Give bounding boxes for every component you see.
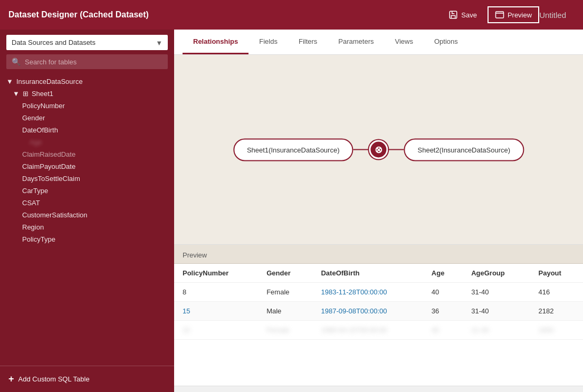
tree-item-cartype[interactable]: CarType	[0, 185, 174, 197]
cell-agegroup-blurred: 21-30	[463, 321, 530, 340]
tree-item-claimraiseddate[interactable]: ClaimRaisedDate	[0, 148, 174, 160]
app-header: Dataset Designer (Cached Dataset) Save P…	[0, 0, 583, 30]
save-label: Save	[461, 11, 477, 19]
cell-age: 40	[423, 283, 463, 302]
preview-label: Preview	[508, 11, 532, 19]
sidebar: Data Sources and Datasets ▼ 🔍 ▼ Insuranc…	[0, 30, 174, 392]
add-table-label: Add Custom SQL Table	[18, 375, 90, 383]
cell-gender: Female	[258, 283, 312, 302]
cell-dateofbirth[interactable]: 1987-09-08T00:00:00	[312, 302, 423, 321]
save-button[interactable]: Save	[442, 7, 483, 23]
tab-views[interactable]: Views	[385, 30, 424, 54]
scrollbar-hint	[174, 386, 583, 392]
field-label: CSAT	[22, 199, 40, 207]
cell-policynumber: 8	[174, 283, 258, 302]
tree-item-policytype[interactable]: PolicyType	[0, 233, 174, 245]
tab-fields[interactable]: Fields	[249, 30, 288, 54]
svg-rect-1	[495, 12, 503, 18]
search-icon: 🔍	[12, 58, 21, 66]
field-label: ClaimRaisedDate	[22, 150, 75, 158]
tree-item-datasource[interactable]: ▼ InsuranceDataSource	[0, 75, 174, 88]
preview-section: Preview PolicyNumber Gender DateOfBirth …	[174, 244, 583, 392]
datasource-dropdown[interactable]: Data Sources and Datasets	[6, 35, 168, 50]
cell-age-blurred: 30	[423, 321, 463, 340]
cell-agegroup: 31-40	[463, 283, 530, 302]
cell-agegroup: 31-40	[463, 302, 530, 321]
tree-item-dateofbirth[interactable]: DateOfBirth	[0, 124, 174, 136]
cell-policynumber-blurred: 22	[174, 321, 258, 340]
connector-right	[388, 149, 404, 150]
preview-table: PolicyNumber Gender DateOfBirth Age AgeG…	[174, 264, 583, 340]
right-panel: Relationships Fields Filters Parameters …	[174, 30, 583, 392]
col-header-payout: Payout	[530, 264, 583, 283]
cell-payout: 2182	[530, 302, 583, 321]
tabs-bar: Relationships Fields Filters Parameters …	[174, 30, 583, 55]
header-actions: Save Preview	[442, 6, 539, 23]
col-header-gender: Gender	[258, 264, 312, 283]
field-label: DaysToSettleClaim	[22, 175, 80, 183]
tree-item-claimpayoutdate[interactable]: ClaimPayoutDate	[0, 160, 174, 173]
cell-dateofbirth-blurred: 1990-04-15T00:00:00	[312, 321, 423, 340]
join-symbol[interactable]: ⊗	[369, 140, 388, 159]
tree-item-daystosettleclaim[interactable]: DaysToSettleClaim	[0, 173, 174, 185]
cell-policynumber[interactable]: 15	[174, 302, 258, 321]
preview-title: Preview	[183, 251, 207, 259]
add-custom-sql-button[interactable]: + Add Custom SQL Table	[0, 366, 174, 392]
field-label: CustomerSatisfaction	[22, 211, 88, 219]
relationship-diagram: Sheet1(InsuranceDataSource) ⊗ Sheet2(Ins…	[233, 138, 524, 161]
table2-label: Sheet2(InsuranceDataSource)	[418, 146, 511, 154]
tree-item-sheet1[interactable]: ▼ ⊞ Sheet1	[0, 88, 174, 100]
save-icon	[448, 10, 458, 20]
cell-gender-blurred: Female	[258, 321, 312, 340]
expand-icon: ▼	[13, 90, 20, 98]
field-label: ClaimPayoutDate	[22, 162, 75, 170]
tab-filters[interactable]: Filters	[288, 30, 328, 54]
relationships-canvas: Sheet1(InsuranceDataSource) ⊗ Sheet2(Ins…	[174, 55, 583, 244]
tab-relationships[interactable]: Relationships	[183, 30, 249, 54]
search-wrapper[interactable]: 🔍	[6, 54, 168, 69]
col-header-age: Age	[423, 264, 463, 283]
table-header-row: PolicyNumber Gender DateOfBirth Age AgeG…	[174, 264, 583, 283]
table1-label: Sheet1(InsuranceDataSource)	[247, 146, 340, 154]
tree-item-customersatisfaction[interactable]: CustomerSatisfaction	[0, 209, 174, 221]
field-label: Region	[22, 223, 44, 231]
preview-header: Preview	[174, 245, 583, 264]
col-header-agegroup: AgeGroup	[463, 264, 530, 283]
main-layout: Data Sources and Datasets ▼ 🔍 ▼ Insuranc…	[0, 30, 583, 392]
field-label: PolicyType	[22, 235, 55, 243]
table-icon: ⊞	[23, 90, 28, 98]
table-row: 15 Male 1987-09-08T00:00:00 36 31-40 218…	[174, 302, 583, 321]
preview-icon	[495, 10, 504, 20]
table-node-sheet2[interactable]: Sheet2(InsuranceDataSource)	[404, 138, 524, 161]
tree-item-region[interactable]: Region	[0, 221, 174, 233]
tree-item-policynumber[interactable]: PolicyNumber	[0, 100, 174, 112]
tree-item-csat[interactable]: CSAT	[0, 197, 174, 209]
tab-options[interactable]: Options	[424, 30, 469, 54]
cell-gender: Male	[258, 302, 312, 321]
dataset-name: Untitled	[539, 11, 566, 20]
field-label: Gender	[22, 114, 45, 122]
field-label: CarType	[22, 187, 48, 195]
search-input[interactable]	[25, 58, 163, 66]
datasource-dropdown-wrapper[interactable]: Data Sources and Datasets ▼	[6, 35, 168, 50]
preview-table-wrapper[interactable]: PolicyNumber Gender DateOfBirth Age AgeG…	[174, 264, 583, 386]
connector-left	[353, 149, 369, 150]
field-label: PolicyNumber	[22, 102, 65, 110]
tree-item-gender[interactable]: Gender	[0, 112, 174, 124]
cell-payout-blurred: 1850	[530, 321, 583, 340]
expand-icon: ▼	[6, 78, 13, 85]
tree-item-blurred: Age	[0, 136, 174, 148]
table-row-blurred: 22 Female 1990-04-15T00:00:00 30 21-30 1…	[174, 321, 583, 340]
svg-rect-0	[450, 11, 457, 18]
preview-button[interactable]: Preview	[488, 6, 539, 23]
col-header-dateofbirth: DateOfBirth	[312, 264, 423, 283]
datasource-label: InsuranceDataSource	[16, 78, 83, 85]
tab-parameters[interactable]: Parameters	[328, 30, 384, 54]
cell-dateofbirth[interactable]: 1983-11-28T00:00:00	[312, 283, 423, 302]
cell-payout: 416	[530, 283, 583, 302]
plus-icon: +	[8, 374, 14, 385]
table-node-sheet1[interactable]: Sheet1(InsuranceDataSource)	[233, 138, 353, 161]
field-label: DateOfBirth	[22, 126, 58, 134]
table-row: 8 Female 1983-11-28T00:00:00 40 31-40 41…	[174, 283, 583, 302]
sheet1-label: Sheet1	[32, 90, 53, 98]
